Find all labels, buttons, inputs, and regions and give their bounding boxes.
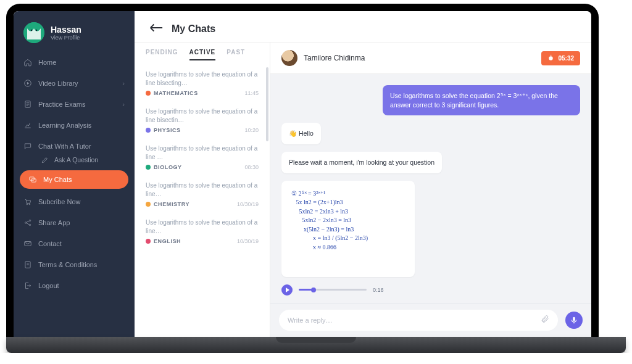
- message-incoming: Please wait a moment, i'm looking at you…: [281, 152, 442, 173]
- message-incoming: Hello: [281, 123, 321, 144]
- svg-point-1: [31, 30, 32, 31]
- sidebar-item-label: My Chats: [43, 176, 72, 183]
- titlebar: My Chats: [135, 11, 591, 43]
- sidebar-item-label: Chat With A Tutor: [38, 143, 91, 150]
- mail-icon: [23, 239, 32, 248]
- tab-pending[interactable]: PENDING: [146, 49, 178, 60]
- sidebar-item-label: Subcribe Now: [38, 198, 80, 205]
- subject-dot: [146, 239, 151, 244]
- conversation-header: Tamilore Chidinma 05:32: [270, 43, 591, 74]
- sidebar-item-chat-with-tutor[interactable]: Chat With A Tutor: [14, 136, 135, 157]
- chat-list-item[interactable]: Use logarithms to solve the equation of …: [135, 212, 270, 249]
- message-list[interactable]: Use logarithms to solve the equation 2⁵ˣ…: [270, 74, 591, 303]
- back-button[interactable]: [149, 23, 163, 35]
- math-work-image: ① 2⁵ˣ = 3²ˣ⁺¹ 5x ln2 = (2x+1)ln3 5xln2 =…: [286, 186, 410, 272]
- chat-tabs: PENDING ACTIVE PAST: [135, 49, 270, 64]
- chat-list-item[interactable]: Use logarithms to solve the equation of …: [135, 138, 270, 175]
- edit-icon: [41, 155, 49, 164]
- contact-name: Tamilore Chidinma: [304, 54, 365, 62]
- reply-field-wrap: [279, 310, 558, 331]
- sidebar-item-home[interactable]: Home: [14, 52, 135, 73]
- svg-point-8: [29, 204, 30, 205]
- subject-dot: [146, 165, 151, 170]
- svg-point-7: [27, 204, 28, 205]
- svg-point-10: [29, 220, 30, 221]
- sidebar-item-label: Practice Exams: [38, 101, 85, 108]
- svg-rect-15: [573, 317, 575, 321]
- chevron-right-icon: ›: [122, 80, 125, 87]
- sidebar-item-practice-exams[interactable]: Practice Exams ›: [14, 94, 135, 115]
- sidebar-item-label: Terms & Conditions: [38, 261, 97, 268]
- sidebar-item-label: Learning Analysis: [38, 122, 91, 129]
- chat-list-item[interactable]: Use logarithms to solve the equation of …: [135, 175, 270, 212]
- play-button[interactable]: [281, 284, 293, 296]
- sidebar-item-my-chats[interactable]: My Chats: [20, 170, 128, 189]
- share-icon: [23, 218, 32, 227]
- terms-icon: [23, 260, 32, 269]
- sidebar-sub-ask-question[interactable]: Ask A Question: [14, 155, 135, 164]
- sidebar: Hassan View Profile Home Video Library ›…: [14, 11, 135, 337]
- svg-point-2: [36, 30, 37, 31]
- svg-point-9: [25, 222, 26, 223]
- sidebar-item-label: Logout: [38, 282, 59, 289]
- reply-input[interactable]: [288, 316, 534, 324]
- mic-button[interactable]: [565, 312, 583, 329]
- sidebar-item-contact[interactable]: Contact: [14, 233, 135, 254]
- play-icon: [23, 79, 32, 88]
- chats-icon: [28, 175, 37, 184]
- svg-point-11: [29, 224, 30, 225]
- sidebar-item-label: Contact: [38, 240, 62, 247]
- laptop-base: [6, 337, 626, 353]
- message-outgoing: Use logarithms to solve the equation 2⁵ˣ…: [383, 85, 580, 115]
- tab-past[interactable]: PAST: [227, 49, 245, 60]
- home-icon: [23, 58, 32, 67]
- subject-dot: [146, 202, 151, 207]
- sidebar-item-label: Video Library: [38, 80, 78, 87]
- cart-icon: [23, 197, 32, 206]
- sidebar-item-video-library[interactable]: Video Library ›: [14, 73, 135, 94]
- audio-duration: 0:16: [373, 287, 384, 293]
- sidebar-item-label: Share App: [38, 219, 70, 226]
- stopwatch-icon: [547, 54, 554, 62]
- profile-block[interactable]: Hassan View Profile: [14, 11, 135, 52]
- doc-icon: [23, 100, 32, 109]
- chart-icon: [23, 121, 32, 130]
- profile-subtitle[interactable]: View Profile: [51, 35, 81, 41]
- chat-list: PENDING ACTIVE PAST Use logarithms to so…: [135, 43, 270, 337]
- conversation-panel: Tamilore Chidinma 05:32 Use logarithms t…: [270, 43, 591, 337]
- chevron-right-icon: ›: [122, 101, 125, 108]
- sidebar-item-label: Home: [38, 59, 56, 66]
- profile-name: Hassan: [51, 25, 81, 35]
- avatar: [23, 22, 44, 43]
- chat-list-item[interactable]: Use logarithms to solve the equation of …: [135, 101, 270, 138]
- sidebar-item-learning-analysis[interactable]: Learning Analysis: [14, 115, 135, 136]
- sidebar-item-share-app[interactable]: Share App: [14, 212, 135, 233]
- message-image[interactable]: ① 2⁵ˣ = 3²ˣ⁺¹ 5x ln2 = (2x+1)ln3 5xln2 =…: [281, 181, 415, 277]
- message-audio: 0:16: [281, 284, 384, 296]
- logout-icon: [23, 281, 32, 290]
- audio-track[interactable]: [299, 289, 367, 291]
- session-timer: 05:32: [541, 51, 580, 65]
- svg-rect-12: [25, 242, 31, 246]
- composer: [270, 303, 591, 337]
- sidebar-item-logout[interactable]: Logout: [14, 275, 135, 296]
- chat-list-item[interactable]: Use logarithms to solve the equation of …: [135, 64, 270, 101]
- subject-dot: [146, 128, 151, 133]
- chat-icon: [23, 142, 32, 151]
- subject-dot: [146, 91, 151, 96]
- tab-active[interactable]: ACTIVE: [189, 49, 216, 60]
- sidebar-nav: Home Video Library › Practice Exams › Le…: [14, 52, 135, 296]
- main-panel: My Chats PENDING ACTIVE PAST Use logarit…: [135, 11, 591, 337]
- sidebar-item-subscribe[interactable]: Subcribe Now: [14, 191, 135, 212]
- page-title: My Chats: [172, 23, 215, 35]
- contact-avatar: [281, 50, 297, 66]
- scrollbar-thumb[interactable]: [266, 67, 268, 141]
- attach-button[interactable]: [541, 315, 549, 326]
- sidebar-item-terms[interactable]: Terms & Conditions: [14, 254, 135, 275]
